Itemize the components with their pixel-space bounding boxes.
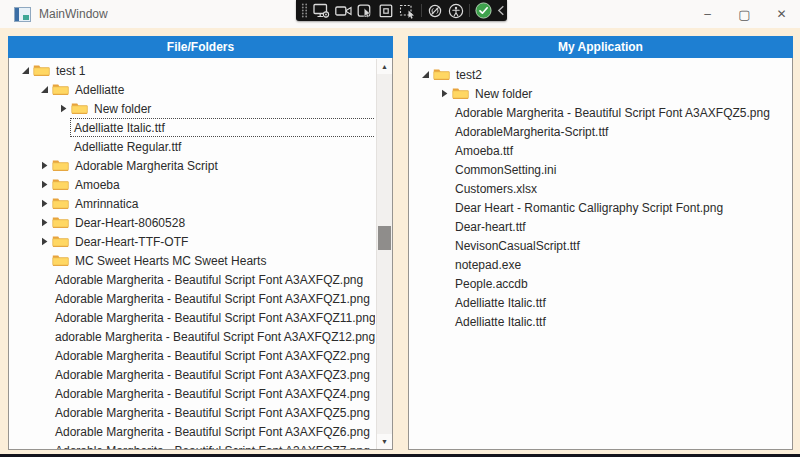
tree-item[interactable]: AdorableMargherita-Script.ttf (409, 122, 792, 141)
scroll-up-button[interactable]: ▲ (377, 59, 392, 74)
scroll-down-button[interactable]: ▼ (377, 434, 392, 449)
tree-item-content: Adorable Margherita - Beautiful Script F… (52, 347, 374, 364)
tree-item[interactable]: Dear Heart - Romantic Calligraphy Script… (409, 198, 792, 217)
minimize-button[interactable]: – (689, 0, 726, 28)
collapse-chevron-icon[interactable] (497, 2, 505, 20)
tree-item-content: Adelliatte Italic.ttf (452, 294, 550, 311)
expander-collapsed-icon[interactable] (36, 199, 52, 208)
tree-item[interactable]: Adelliatte Italic.ttf (9, 118, 375, 137)
tree-item[interactable]: New folder (9, 99, 375, 118)
expander-expanded-icon[interactable] (17, 66, 33, 75)
expander-collapsed-icon[interactable] (36, 161, 52, 170)
tree-item[interactable]: Adorable Margherita - Beautiful Script F… (9, 441, 375, 450)
file-folders-panel-header: File/Folders (8, 36, 393, 58)
tree-item[interactable]: test 1 (9, 61, 375, 80)
tree-item[interactable]: Adorable Margherita Script (9, 156, 375, 175)
tree-item[interactable]: Adelliatte (9, 80, 375, 99)
expander-collapsed-icon[interactable] (55, 104, 71, 113)
tree-item[interactable]: Adorable Margherita - Beautiful Script F… (9, 346, 375, 365)
tree-item[interactable]: adorable Margherita - Beautiful Script F… (9, 327, 375, 346)
folder-icon (33, 64, 53, 77)
tree-item[interactable]: Adorable Margherita - Beautiful Script F… (9, 422, 375, 441)
toolbar-separator (421, 4, 422, 17)
folder-icon (52, 235, 72, 248)
expander-collapsed-icon[interactable] (36, 237, 52, 246)
tree-item[interactable]: Adorable Margherita - Beautiful Script F… (9, 403, 375, 422)
tree-item[interactable]: Amrinnatica (9, 194, 375, 213)
tree-item[interactable]: Adorable Margherita - Beautiful Script F… (9, 289, 375, 308)
tree-item[interactable]: Dear-heart.ttf (409, 217, 792, 236)
element-select-icon[interactable] (399, 2, 416, 20)
my-application-panel: My Application test2New folderAdorable M… (408, 36, 793, 450)
tree-item-content: Adorable Margherita - Beautiful Script F… (52, 385, 374, 402)
tree-item[interactable]: Amoeba.ttf (409, 141, 792, 160)
video-camera-icon[interactable] (335, 2, 352, 20)
folder-icon (52, 83, 72, 96)
tree-item-label: Adorable Margherita Script (75, 159, 218, 173)
tree-item-content: AdorableMargherita-Script.ttf (452, 123, 612, 140)
my-application-tree: test2New folderAdorable Margherita - Bea… (408, 58, 793, 450)
scrollbar-thumb[interactable] (378, 226, 391, 250)
tree-item-label: Dear Heart - Romantic Calligraphy Script… (455, 201, 723, 215)
tree-item[interactable]: Dear-Heart-TTF-OTF (9, 232, 375, 251)
tree-item[interactable]: test2 (409, 65, 792, 84)
expander-collapsed-icon[interactable] (36, 180, 52, 189)
tree-item-label: Adorable Margherita - Beautiful Script F… (55, 368, 370, 382)
tree-item-content: NevisonCasualScript.ttf (452, 237, 584, 254)
region-select-icon[interactable] (378, 2, 394, 20)
tree-item-label: Adorable Margherita - Beautiful Script F… (55, 387, 370, 401)
tree-item[interactable]: People.accdb (409, 274, 792, 293)
tree-item[interactable]: Adorable Margherita - Beautiful Script F… (9, 384, 375, 403)
tree-item-content: CommonSetting.ini (452, 161, 560, 178)
folder-icon (433, 68, 453, 81)
tree-item[interactable]: NevisonCasualScript.ttf (409, 236, 792, 255)
tree-item-content: test2 (453, 66, 486, 83)
tree-item[interactable]: Amoeba (9, 175, 375, 194)
close-button[interactable]: ✕ (763, 0, 800, 28)
tree-item-content: Adorable Margherita - Beautiful Script F… (452, 104, 774, 121)
tree-item[interactable]: Adelliatte Regular.ttf (9, 137, 375, 156)
tree-item[interactable]: Adorable Margherita - Beautiful Script F… (409, 103, 792, 122)
scrollbar-track[interactable] (377, 74, 392, 434)
screen-settings-icon[interactable] (313, 2, 330, 20)
tree-item[interactable]: Adorable Margherita - Beautiful Script F… (9, 365, 375, 384)
folder-icon (52, 216, 72, 229)
tree-item[interactable]: New folder (409, 84, 792, 103)
tree-item-content: Adorable Margherita - Beautiful Script F… (52, 423, 374, 440)
tree-item[interactable]: Adelliatte Italic.ttf (409, 312, 792, 331)
expander-collapsed-icon[interactable] (36, 218, 52, 227)
tree-item-label: Amrinnatica (75, 197, 138, 211)
folder-icon (52, 159, 72, 172)
tree-item-label: MC Sweet Hearts MC Sweet Hearts (75, 254, 266, 268)
file-folders-panel: File/Folders test 1AdelliatteNew folderA… (8, 36, 393, 450)
tree-item[interactable]: notepad.exe (409, 255, 792, 274)
tree-item-label: New folder (94, 102, 151, 116)
tree-item-content: Dear-Heart-TTF-OTF (72, 233, 192, 250)
tree-item[interactable]: Customers.xlsx (409, 179, 792, 198)
tree-item-content: notepad.exe (452, 256, 525, 273)
tree-item[interactable]: Dear-Heart-8060528 (9, 213, 375, 232)
grip-handle[interactable] (301, 2, 308, 20)
tree-item-content: New folder (91, 100, 155, 117)
tree-item[interactable]: MC Sweet Hearts MC Sweet Hearts (9, 251, 375, 270)
circle-slash-icon[interactable] (427, 2, 443, 20)
content-area: File/Folders test 1AdelliatteNew folderA… (0, 28, 800, 454)
accessibility-icon[interactable] (448, 2, 464, 20)
expander-expanded-icon[interactable] (36, 85, 52, 94)
tree-item-content: Customers.xlsx (452, 180, 541, 197)
main-window: MainWindow – ▢ ✕ File/Folders test 1Adel… (0, 0, 800, 457)
vertical-scrollbar[interactable]: ▲ ▼ (376, 59, 392, 449)
tree-item[interactable]: Adelliatte Italic.ttf (409, 293, 792, 312)
tree-item[interactable]: CommonSetting.ini (409, 160, 792, 179)
tree-item-label: Amoeba (75, 178, 120, 192)
tree-item[interactable]: Adorable Margherita - Beautiful Script F… (9, 270, 375, 289)
tree-item-label: People.accdb (455, 277, 528, 291)
tree-item-label: Adorable Margherita - Beautiful Script F… (455, 106, 770, 120)
cursor-capture-icon[interactable] (357, 2, 373, 20)
maximize-button[interactable]: ▢ (726, 0, 763, 28)
expander-expanded-icon[interactable] (417, 70, 433, 79)
expander-collapsed-icon[interactable] (436, 89, 452, 98)
confirm-check-icon[interactable] (475, 2, 492, 20)
tree-item[interactable]: Adorable Margherita - Beautiful Script F… (9, 308, 375, 327)
tree-item-content: MC Sweet Hearts MC Sweet Hearts (72, 252, 270, 269)
